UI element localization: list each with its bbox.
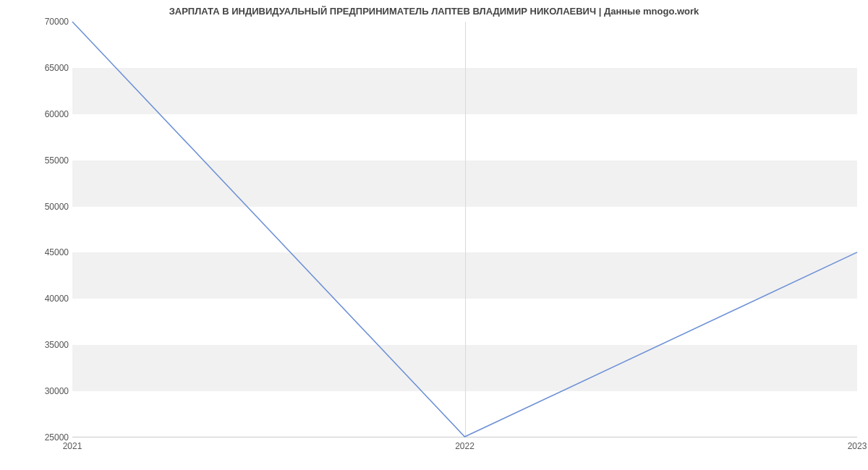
- y-tick-label: 40000: [4, 294, 69, 304]
- x-tick-label: 2022: [455, 441, 475, 451]
- y-tick-label: 65000: [4, 63, 69, 73]
- y-tick-label: 25000: [4, 432, 69, 443]
- y-tick-label: 55000: [4, 155, 69, 166]
- y-tick-label: 60000: [4, 109, 69, 119]
- chart-title: ЗАРПЛАТА В ИНДИВИДУАЛЬНЫЙ ПРЕДПРИНИМАТЕЛ…: [0, 6, 868, 17]
- x-tick-label: 2023: [848, 441, 867, 451]
- line-layer: [72, 22, 857, 437]
- y-tick-label: 30000: [4, 386, 69, 396]
- salary-series-line: [72, 22, 857, 437]
- y-tick-label: 45000: [4, 247, 69, 257]
- y-tick-label: 35000: [4, 340, 69, 350]
- salary-line-chart: ЗАРПЛАТА В ИНДИВИДУАЛЬНЫЙ ПРЕДПРИНИМАТЕЛ…: [0, 0, 868, 470]
- x-tick-label: 2021: [63, 441, 82, 451]
- plot-area: [72, 22, 857, 437]
- y-tick-label: 70000: [4, 17, 69, 27]
- y-tick-label: 50000: [4, 202, 69, 212]
